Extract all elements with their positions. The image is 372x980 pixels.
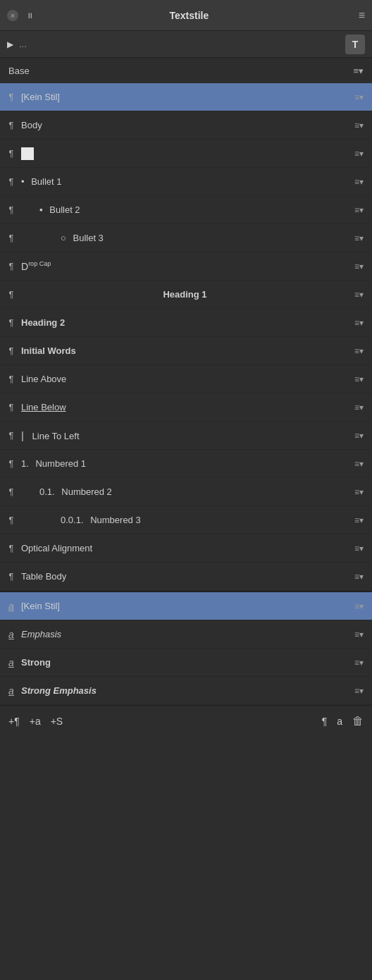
- para-item-bullet3[interactable]: ¶ ○ Bullet 3 ≡▾: [0, 224, 372, 252]
- breadcrumb: ...: [19, 39, 345, 49]
- char-item-kein-stil[interactable]: a [Kein Stil] ≡▾: [0, 592, 372, 620]
- item-menu-icon[interactable]: ≡▾: [352, 118, 366, 133]
- item-label: [Kein Stil]: [18, 92, 352, 102]
- char-icon: a: [4, 657, 18, 668]
- para-item-numbered3[interactable]: ¶ 0.0.1. Numbered 3 ≡▾: [0, 506, 372, 534]
- item-menu-icon[interactable]: ≡▾: [352, 484, 366, 500]
- text-type-button[interactable]: T: [345, 35, 365, 54]
- item-menu-icon[interactable]: ≡▾: [352, 655, 366, 670]
- play-button[interactable]: ▶: [7, 39, 13, 49]
- add-char-button[interactable]: +a: [30, 716, 41, 727]
- para-icon: ¶: [4, 571, 18, 582]
- item-label: Optical Alignment: [18, 543, 352, 553]
- base-section-menu-icon[interactable]: ≡▾: [353, 66, 364, 76]
- para-icon: ¶: [4, 345, 18, 356]
- para-icon: ¶: [4, 148, 18, 159]
- para-filter-button[interactable]: ¶: [322, 716, 328, 727]
- para-item-table-body[interactable]: ¶ Table Body ≡▾: [0, 563, 372, 591]
- item-menu-icon[interactable]: ≡▾: [352, 174, 366, 190]
- para-item-kein-stil[interactable]: ¶ [Kein Stil] ≡▾: [0, 83, 372, 111]
- item-menu-icon[interactable]: ≡▾: [352, 315, 366, 331]
- para-item-bullet1[interactable]: ¶ • Bullet 1 ≡▾: [0, 168, 372, 196]
- pause-icon: ⏸: [26, 11, 34, 20]
- para-item-color-swatch[interactable]: ¶ ≡▾: [0, 140, 372, 168]
- item-label: 0.0.1. Numbered 3: [18, 515, 352, 525]
- item-menu-icon[interactable]: ≡▾: [352, 259, 366, 274]
- item-menu-icon[interactable]: ≡▾: [352, 372, 366, 387]
- para-item-heading1[interactable]: ¶ Heading 1 ≡▾: [0, 281, 372, 309]
- char-filter-button[interactable]: a: [337, 716, 342, 727]
- numbered-prefix: 0.1.: [39, 486, 55, 497]
- item-label: Heading 2: [18, 317, 352, 328]
- item-label: 0.1. Numbered 2: [18, 486, 352, 497]
- para-icon: ¶: [4, 176, 18, 187]
- para-item-initial-words[interactable]: ¶ Initial Words ≡▾: [0, 337, 372, 365]
- para-item-line-below[interactable]: ¶ Line Below ≡▾: [0, 393, 372, 422]
- para-icon: ¶: [4, 486, 18, 497]
- item-menu-icon[interactable]: ≡▾: [352, 513, 366, 528]
- titlebar: × ⏸ Textstile ≡: [0, 0, 372, 31]
- add-s-label: +S: [51, 716, 63, 727]
- drop-cap-letter: Drop Cap: [21, 261, 51, 272]
- item-label: Body: [18, 120, 352, 130]
- item-menu-icon[interactable]: ≡▾: [352, 90, 366, 105]
- char-item-strong[interactable]: a Strong ≡▾: [0, 649, 372, 677]
- para-icon: ¶: [4, 430, 18, 441]
- para-icon: ¶: [4, 204, 18, 215]
- add-para-label: +¶: [8, 716, 20, 727]
- item-label: ○ Bullet 3: [18, 233, 352, 243]
- para-item-bullet2[interactable]: ¶ ▪ Bullet 2 ≡▾: [0, 196, 372, 224]
- item-menu-icon[interactable]: ≡▾: [352, 569, 366, 584]
- bullet-prefix: ○: [61, 233, 66, 243]
- close-button[interactable]: ×: [7, 10, 18, 21]
- character-list: a [Kein Stil] ≡▾ a Emphasis ≡▾ a Strong …: [0, 592, 372, 705]
- item-label: Drop Cap: [18, 260, 352, 272]
- char-icon: a: [4, 685, 18, 697]
- para-item-optical-alignment[interactable]: ¶ Optical Alignment ≡▾: [0, 534, 372, 563]
- para-item-body[interactable]: ¶ Body ≡▾: [0, 111, 372, 140]
- base-section-header: Base ≡▾: [0, 58, 372, 83]
- para-icon: ¶: [4, 317, 18, 328]
- char-item-strong-emphasis[interactable]: a Strong Emphasis ≡▾: [0, 677, 372, 705]
- item-menu-icon[interactable]: ≡▾: [352, 146, 366, 161]
- item-menu-icon[interactable]: ≡▾: [352, 343, 366, 359]
- item-menu-icon[interactable]: ≡▾: [352, 599, 366, 614]
- pause-button[interactable]: ⏸: [24, 10, 35, 21]
- para-icon: ¶: [4, 289, 18, 300]
- close-icon: ×: [11, 11, 15, 20]
- base-section-label: Base: [8, 66, 30, 76]
- delete-button[interactable]: 🗑: [352, 715, 364, 728]
- item-menu-icon[interactable]: ≡▾: [352, 400, 366, 415]
- para-icon: ¶: [4, 515, 18, 525]
- para-item-numbered2[interactable]: ¶ 0.1. Numbered 2 ≡▾: [0, 478, 372, 506]
- item-label: Line Above: [18, 374, 352, 384]
- titlebar-menu-button[interactable]: ≡: [359, 9, 365, 22]
- item-menu-icon[interactable]: ≡▾: [352, 627, 366, 642]
- para-icon: ¶: [4, 374, 18, 384]
- numbered-prefix: 1.: [21, 458, 29, 469]
- para-item-numbered1[interactable]: ¶ 1. Numbered 1 ≡▾: [0, 450, 372, 478]
- item-menu-icon[interactable]: ≡▾: [352, 231, 366, 246]
- pipe-prefix: |: [21, 429, 24, 441]
- item-label: Emphasis: [18, 629, 352, 639]
- item-menu-icon[interactable]: ≡▾: [352, 287, 366, 302]
- para-item-heading2[interactable]: ¶ Heading 2 ≡▾: [0, 309, 372, 337]
- item-menu-icon[interactable]: ≡▾: [352, 541, 366, 556]
- item-label: Initial Words: [18, 345, 352, 356]
- item-menu-icon[interactable]: ≡▾: [352, 202, 366, 218]
- add-s-button[interactable]: +S: [51, 716, 63, 727]
- para-item-line-above[interactable]: ¶ Line Above ≡▾: [0, 365, 372, 393]
- para-icon: ¶: [4, 261, 18, 271]
- add-para-button[interactable]: +¶: [8, 716, 20, 727]
- para-item-line-to-left[interactable]: ¶ | Line To Left ≡▾: [0, 422, 372, 450]
- drop-cap-sup: rop Cap: [28, 260, 51, 267]
- char-item-emphasis[interactable]: a Emphasis ≡▾: [0, 620, 372, 649]
- char-icon: a: [4, 601, 18, 612]
- numbered-prefix: 0.0.1.: [61, 515, 84, 525]
- numbered1-label: Numbered 1: [35, 458, 86, 469]
- item-label: Heading 1: [18, 289, 352, 300]
- item-menu-icon[interactable]: ≡▾: [352, 683, 366, 699]
- item-menu-icon[interactable]: ≡▾: [352, 456, 366, 472]
- item-menu-icon[interactable]: ≡▾: [352, 428, 366, 443]
- para-item-drop-cap[interactable]: ¶ Drop Cap ≡▾: [0, 252, 372, 281]
